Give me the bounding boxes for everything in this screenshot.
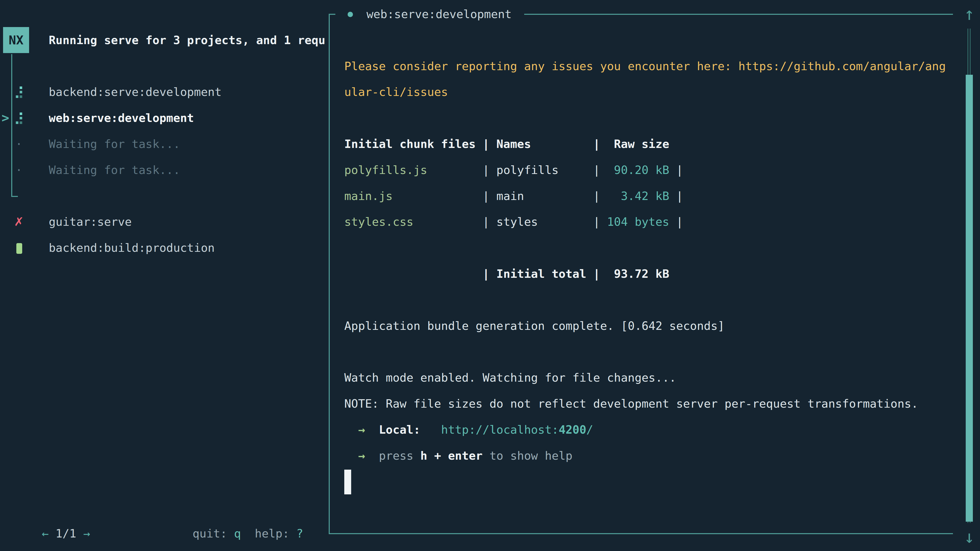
pagination: ← 1/1 → [14, 495, 90, 521]
terminal-text-segment: main.js [344, 189, 393, 203]
terminal-text-segment: | [427, 163, 496, 177]
page-indicator: 1/1 [48, 527, 83, 540]
sidebar-item-guitar-serve[interactable]: guitar:serve [49, 209, 132, 235]
sidebar-item-backend-serve[interactable]: backend:serve:development [49, 79, 221, 105]
terminal-text-segment: | [593, 189, 607, 203]
terminal-line: styles.css | styles | 104 bytes | [344, 209, 683, 235]
panel-border-top [524, 14, 953, 15]
terminal-text-segment: ular-cli/issues [344, 85, 448, 99]
terminal-text-segment: Please consider reporting any issues you… [344, 59, 946, 73]
terminal-text-segment: | [669, 163, 683, 177]
success-square-icon [16, 243, 22, 254]
terminal-text-segment: Local: [379, 423, 420, 437]
sidebar-item-backend-build[interactable]: backend:build:production [49, 235, 215, 261]
terminal-text-segment: / [586, 423, 593, 437]
scrollbar-thumb[interactable] [966, 75, 973, 522]
failed-cross-icon: ✗ [13, 209, 24, 235]
scrollbar-up-arrow-icon[interactable]: ↑ [961, 1, 977, 27]
terminal-line: → press h + enter to show help [344, 443, 573, 469]
sidebar-item-waiting-1[interactable]: Waiting for task... [49, 131, 180, 157]
scrollbar-down-arrow-icon[interactable]: ↓ [961, 524, 977, 550]
terminal-text-segment: styles.css [344, 215, 414, 229]
terminal-line: → Local: http://localhost:4200/ [344, 417, 593, 443]
terminal-text-segment: http://localhost: [441, 423, 558, 437]
shortcut-gap [241, 527, 255, 540]
terminal-line: main.js | main | 3.42 kB | [344, 183, 683, 209]
terminal-text-segment [365, 423, 379, 437]
terminal-text-segment [344, 449, 358, 462]
terminal-text-segment: styles [496, 215, 593, 229]
waiting-dot-icon: · [13, 131, 24, 157]
page-next-button[interactable]: → [83, 527, 90, 540]
sidebar-item-waiting-2[interactable]: Waiting for task... [49, 157, 180, 183]
terminal-text-segment: | [414, 215, 496, 229]
terminal-line: NOTE: Raw file sizes do not reflect deve… [344, 391, 918, 417]
help-shortcut-label: help: [255, 527, 296, 540]
terminal-line: Please consider reporting any issues you… [344, 53, 946, 79]
page-prev-button[interactable]: ← [41, 527, 48, 540]
terminal-line: ular-cli/issues [344, 79, 448, 105]
terminal-text-segment: | Initial total | 93.72 kB [344, 267, 669, 281]
terminal-line: Application bundle generation complete. … [344, 313, 724, 339]
help-shortcut-key: ? [296, 527, 303, 540]
arrow-icon: → [358, 449, 365, 462]
panel-border-bottom [329, 533, 953, 534]
panel-title: web:serve:development [366, 1, 512, 27]
terminal-text-segment: press [379, 449, 420, 462]
terminal-text-segment: Initial chunk files | Names | Raw size [344, 137, 669, 151]
nx-logo: NX [3, 27, 29, 53]
sidebar-title: Running serve for 3 projects, and 1 requ [49, 27, 325, 53]
terminal-line: | Initial total | 93.72 kB [344, 261, 669, 287]
quit-shortcut-key: q [234, 527, 241, 540]
spinner-icon [16, 86, 22, 98]
terminal-line: Watch mode enabled. Watching for file ch… [344, 365, 676, 391]
terminal-text-segment: | [669, 215, 683, 229]
terminal-text-segment [365, 449, 379, 462]
terminal-text-segment: main [496, 189, 593, 203]
sidebar-item-web-serve[interactable]: web:serve:development [49, 105, 194, 131]
terminal-text-segment [344, 423, 358, 437]
terminal-text-segment: | [393, 189, 496, 203]
terminal-text-segment: Watch mode enabled. Watching for file ch… [344, 371, 676, 384]
terminal-text-segment [420, 423, 441, 437]
terminal-line: polyfills.js | polyfills | 90.20 kB | [344, 157, 683, 183]
terminal-text-segment: 4200 [558, 423, 586, 437]
nx-tui-app: { "app": { "logo": "NX", "title": "Runni… [0, 0, 980, 551]
terminal-cursor [344, 470, 351, 494]
panel-border-top-stub [329, 14, 335, 15]
terminal-text-segment: | [669, 189, 683, 203]
terminal-text-segment: 3.42 kB [607, 189, 670, 203]
terminal-text-segment: polyfills.js [344, 163, 427, 177]
arrow-icon: → [358, 423, 365, 437]
terminal-text-segment: polyfills [496, 163, 593, 177]
terminal-text-segment: NOTE: Raw file sizes do not reflect deve… [344, 397, 918, 410]
spinner-icon [16, 113, 22, 124]
terminal-line: Initial chunk files | Names | Raw size [344, 131, 669, 157]
terminal-text-segment: to show help [483, 449, 573, 462]
selected-chevron-icon: > [2, 105, 9, 131]
waiting-dot-icon: · [13, 157, 24, 183]
terminal-text-segment: | [593, 163, 607, 177]
terminal-text-segment: h + enter [420, 449, 483, 462]
panel-border-left [329, 14, 330, 534]
quit-shortcut-label: quit: [192, 527, 234, 540]
terminal-text-segment: | [593, 215, 607, 229]
terminal-text-segment: 90.20 kB [607, 163, 670, 177]
terminal-text-segment: 104 bytes [607, 215, 670, 229]
shortcut-bar: quit: q help: ? [165, 495, 303, 521]
terminal-text-segment: Application bundle generation complete. … [344, 319, 724, 333]
status-bullet-icon [348, 12, 353, 17]
